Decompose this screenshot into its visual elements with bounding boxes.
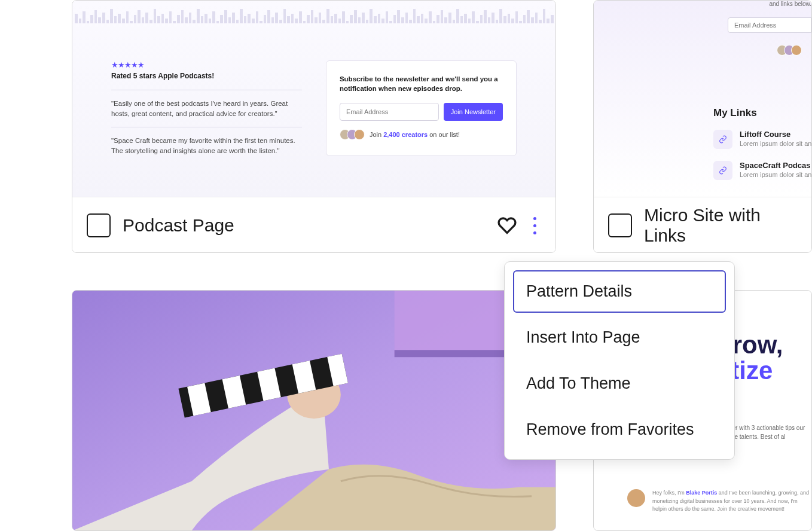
micro-site-preview: and links below. My Links Liftoff Course… — [594, 1, 811, 197]
avatar — [627, 489, 645, 507]
link-icon — [719, 135, 727, 144]
waveform-graphic — [75, 5, 553, 23]
subscribe-box: Subscribe to the newsletter and we'll se… — [326, 60, 517, 156]
menu-item-remove-from-favorites[interactable]: Remove from Favorites — [513, 408, 726, 451]
avatar-group — [340, 129, 365, 140]
testimonial-quote: "Easily one of the best podcasts I've he… — [111, 99, 302, 118]
creator-bio: Hey folks, I'm Blake Portis and I've bee… — [627, 489, 811, 514]
podcast-page-card: ★★★★★ Rated 5 stars Apple Podcasts! "Eas… — [72, 0, 556, 253]
join-newsletter-button[interactable]: Join Newsletter — [444, 103, 503, 121]
select-checkbox[interactable] — [87, 213, 111, 237]
email-field[interactable] — [340, 103, 439, 121]
select-checkbox[interactable] — [608, 213, 632, 237]
divider — [111, 90, 302, 90]
stars-icon: ★★★★★ — [111, 60, 302, 69]
micro-site-card: and links below. My Links Liftoff Course… — [593, 0, 812, 253]
link-name: SpaceCraft Podcas — [740, 161, 811, 170]
avatar — [354, 129, 365, 140]
creator-text: Hey folks, I'm Blake Portis and I've bee… — [652, 489, 811, 514]
avatar-group — [777, 45, 802, 56]
link-icon-box — [713, 161, 732, 180]
avatar — [791, 45, 802, 56]
dot-icon — [533, 224, 536, 227]
preview-illustration — [72, 291, 555, 530]
dot-icon — [533, 217, 536, 220]
link-desc: Lorem ipsum dolor sit an — [740, 140, 811, 147]
image-pattern-card — [72, 290, 556, 531]
link-item[interactable]: Liftoff Course Lorem ipsum dolor sit an — [713, 130, 811, 149]
links-heading: My Links — [713, 107, 811, 119]
join-count-text: Join 2,400 creators on our list! — [370, 131, 460, 138]
card-footer: Podcast Page — [72, 197, 555, 253]
link-icon-box — [713, 130, 732, 149]
podcast-preview: ★★★★★ Rated 5 stars Apple Podcasts! "Eas… — [72, 1, 555, 197]
link-item[interactable]: SpaceCraft Podcas Lorem ipsum dolor sit … — [713, 161, 811, 180]
testimonials: ★★★★★ Rated 5 stars Apple Podcasts! "Eas… — [111, 60, 302, 156]
link-icon — [719, 166, 727, 175]
more-options-button[interactable] — [529, 212, 541, 239]
menu-item-insert-into-page[interactable]: Insert Into Page — [513, 316, 726, 359]
preview-text-fragment: and links below. — [769, 1, 811, 7]
menu-item-pattern-details[interactable]: Pattern Details — [513, 270, 726, 313]
link-desc: Lorem ipsum dolor sit an — [740, 171, 811, 178]
card-title: Podcast Page — [123, 215, 486, 236]
menu-item-add-to-theme[interactable]: Add To Theme — [513, 362, 726, 405]
rating-text: Rated 5 stars Apple Podcasts! — [111, 72, 302, 80]
subscribe-title: Subscribe to the newsletter and we'll se… — [340, 74, 503, 93]
divider — [111, 127, 302, 127]
image-preview — [72, 291, 555, 530]
card-title: Micro Site with Links — [644, 205, 797, 246]
testimonial-quote: "Space Craft became my favorite within t… — [111, 136, 302, 155]
heart-icon — [497, 216, 517, 235]
card-footer: Micro Site with Links — [594, 197, 811, 253]
link-name: Liftoff Course — [740, 130, 811, 139]
context-menu: Pattern Details Insert Into Page Add To … — [504, 261, 735, 460]
favorite-button[interactable] — [497, 216, 517, 235]
email-field[interactable] — [728, 17, 811, 33]
dot-icon — [533, 231, 536, 234]
